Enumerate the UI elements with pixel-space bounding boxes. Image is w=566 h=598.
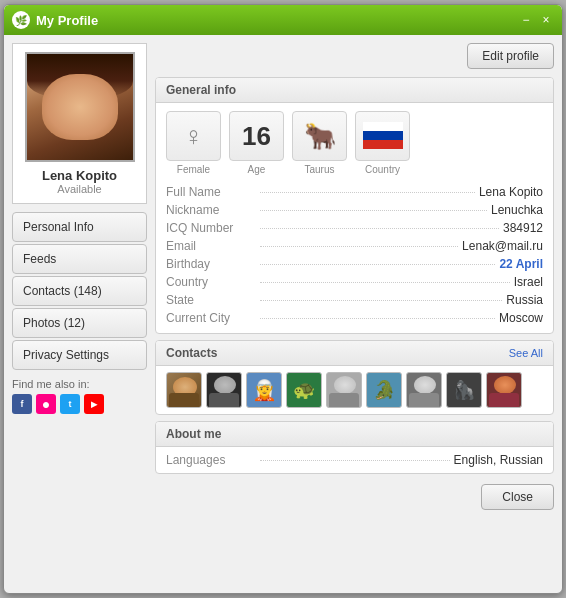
contacts-title: Contacts <box>166 346 217 360</box>
email-value: Lenak@mail.ru <box>462 239 543 253</box>
about-me-section: About me Languages English, Russian <box>155 421 554 474</box>
sign-icon-item: 🐂 Taurus <box>292 111 347 175</box>
country-dots <box>260 282 510 283</box>
sidebar-item-contacts[interactable]: Contacts (148) <box>12 276 147 306</box>
email-key: Email <box>166 239 256 253</box>
window-title: My Profile <box>36 13 98 28</box>
info-row-nickname: Nickname Lenuchka <box>166 203 543 217</box>
state-value: Russia <box>506 293 543 307</box>
facebook-icon[interactable]: f <box>12 394 32 414</box>
info-row-city: Current City Moscow <box>166 311 543 325</box>
youtube-icon[interactable]: ▶ <box>84 394 104 414</box>
city-dots <box>260 318 495 319</box>
languages-dots <box>260 460 450 461</box>
contact-avatar-7[interactable] <box>406 372 442 408</box>
fullname-key: Full Name <box>166 185 256 199</box>
social-section: Find me also in: f ● t ▶ <box>12 378 147 414</box>
city-value: Moscow <box>499 311 543 325</box>
contact-avatar-1[interactable] <box>166 372 202 408</box>
contacts-header: Contacts See All <box>156 341 553 366</box>
contact-avatar-4[interactable]: 🐢 <box>286 372 322 408</box>
email-dots <box>260 246 458 247</box>
general-info-section: General info ♀ Female 16 Age 🐂 <box>155 77 554 334</box>
russia-flag <box>363 122 403 150</box>
flickr-icon[interactable]: ● <box>36 394 56 414</box>
country-value: Israel <box>514 275 543 289</box>
user-status: Available <box>57 183 101 195</box>
country-key: Country <box>166 275 256 289</box>
info-row-fullname: Full Name Lena Kopito <box>166 185 543 199</box>
icq-key: ICQ Number <box>166 221 256 235</box>
flag-box <box>355 111 410 161</box>
icq-dots <box>260 228 499 229</box>
info-row-birthday: Birthday 22 April <box>166 257 543 271</box>
contact-avatar-8[interactable]: 🦍 <box>446 372 482 408</box>
age-label: Age <box>248 164 266 175</box>
gender-label: Female <box>177 164 210 175</box>
titlebar-controls: − × <box>518 14 554 26</box>
age-icon-item: 16 Age <box>229 111 284 175</box>
info-row-country: Country Israel <box>166 275 543 289</box>
info-row-languages: Languages English, Russian <box>166 453 543 467</box>
city-key: Current City <box>166 311 256 325</box>
country-icon-item: Country <box>355 111 410 175</box>
sidebar-item-photos[interactable]: Photos (12) <box>12 308 147 338</box>
bottom-bar: Close <box>155 480 554 510</box>
edit-profile-button[interactable]: Edit profile <box>467 43 554 69</box>
contacts-avatars: 🧝 🐢 🐊 <box>156 366 553 414</box>
languages-value: English, Russian <box>454 453 543 467</box>
country-label: Country <box>365 164 400 175</box>
app-icon: 🌿 <box>12 11 30 29</box>
titlebar: 🌿 My Profile − × <box>4 5 562 35</box>
contact-avatar-6[interactable]: 🐊 <box>366 372 402 408</box>
social-label: Find me also in: <box>12 378 147 390</box>
icq-value: 384912 <box>503 221 543 235</box>
info-rows: Full Name Lena Kopito Nickname Lenuchka … <box>166 185 543 325</box>
gender-icon-item: ♀ Female <box>166 111 221 175</box>
info-row-state: State Russia <box>166 293 543 307</box>
age-box: 16 <box>229 111 284 161</box>
contact-avatar-5[interactable] <box>326 372 362 408</box>
social-icons: f ● t ▶ <box>12 394 147 414</box>
about-content: Languages English, Russian <box>156 447 553 473</box>
contacts-section: Contacts See All 🧝 <box>155 340 554 415</box>
flag-red <box>363 140 403 149</box>
state-dots <box>260 300 502 301</box>
nickname-value: Lenuchka <box>491 203 543 217</box>
birthday-key: Birthday <box>166 257 256 271</box>
fullname-dots <box>260 192 475 193</box>
sign-label: Taurus <box>304 164 334 175</box>
see-all-link[interactable]: See All <box>509 347 543 359</box>
gender-icon-box: ♀ <box>166 111 221 161</box>
avatar-face <box>42 74 118 140</box>
twitter-icon[interactable]: t <box>60 394 80 414</box>
contact-avatar-9[interactable] <box>486 372 522 408</box>
profile-section: Lena Kopito Available <box>12 43 147 204</box>
birthday-value: 22 April <box>499 257 543 271</box>
avatar <box>25 52 135 162</box>
contact-avatar-3[interactable]: 🧝 <box>246 372 282 408</box>
birthday-dots <box>260 264 495 265</box>
general-info-header: General info <box>156 78 553 103</box>
sidebar-item-feeds[interactable]: Feeds <box>12 244 147 274</box>
user-name: Lena Kopito <box>42 168 117 183</box>
close-button[interactable]: Close <box>481 484 554 510</box>
minimize-button[interactable]: − <box>518 14 534 26</box>
sidebar-item-privacy-settings[interactable]: Privacy Settings <box>12 340 147 370</box>
info-icons-row: ♀ Female 16 Age 🐂 Taurus <box>166 111 543 175</box>
contact-avatar-2[interactable] <box>206 372 242 408</box>
close-window-button[interactable]: × <box>538 14 554 26</box>
flag-blue <box>363 131 403 140</box>
languages-key: Languages <box>166 453 256 467</box>
nav-buttons: Personal Info Feeds Contacts (148) Photo… <box>12 212 147 370</box>
avatar-image <box>27 54 133 160</box>
flag-white <box>363 122 403 131</box>
main-window: 🌿 My Profile − × Lena Kopito Available <box>3 4 563 594</box>
top-bar: Edit profile <box>155 43 554 69</box>
info-row-icq: ICQ Number 384912 <box>166 221 543 235</box>
sidebar-item-personal-info[interactable]: Personal Info <box>12 212 147 242</box>
about-me-header: About me <box>156 422 553 447</box>
content-area: Lena Kopito Available Personal Info Feed… <box>4 35 562 593</box>
nickname-dots <box>260 210 487 211</box>
sign-icon-box: 🐂 <box>292 111 347 161</box>
